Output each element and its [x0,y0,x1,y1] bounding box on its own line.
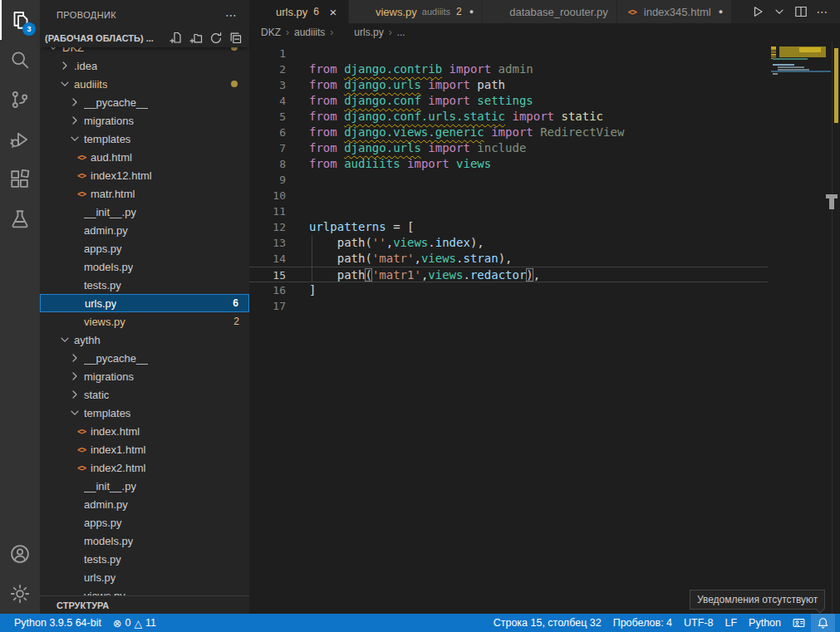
tree-item-__pycache__[interactable]: __pycache__ [40,93,249,111]
overview-ruler[interactable] [832,42,840,614]
status-language-mode[interactable]: Python [743,614,787,632]
code-line-10[interactable]: 10 [249,188,771,203]
tree-item-admin.py[interactable]: admin.py [40,221,249,239]
tree-item-migrations[interactable]: migrations [40,111,249,130]
explorer-more-icon[interactable]: ⋯ [225,8,238,22]
new-folder-icon[interactable] [189,32,203,45]
python-file-icon [68,278,81,292]
python-file-icon [68,242,81,255]
python-file-icon [68,516,81,529]
activity-testing[interactable] [0,199,40,239]
tab-database_roouter.py[interactable]: database_roouter.py [483,0,617,23]
code-line-4[interactable]: 4from django.conf import settings [249,93,771,109]
tree-item-audiiits[interactable]: audiiits [40,75,249,93]
activity-search[interactable] [0,40,40,80]
status-eol[interactable]: LF [719,614,743,632]
code-line-16[interactable]: 16] [249,282,771,298]
close-icon[interactable]: × [327,5,340,19]
code-line-7[interactable]: 7from django.urls import include [249,140,771,156]
tree-item-migrations[interactable]: migrations [40,367,249,385]
code-line-13[interactable]: 13 path('',views.index), [249,235,771,251]
activity-source-control[interactable] [0,80,40,120]
tree-item-__init__.py[interactable]: __init__.py [40,203,249,221]
new-file-icon[interactable] [169,32,183,45]
tab-description: audiiits [422,7,450,17]
code-line-17[interactable]: 17 [249,298,771,314]
status-notifications[interactable] [811,614,835,632]
tree-item-templates[interactable]: templates [40,130,249,148]
code-line-15[interactable]: 15 path('matr1',views.redactor), [249,267,768,282]
line-number: 8 [249,156,286,172]
tree-item-label: admin.py [84,224,128,237]
editor-body[interactable]: 12from django.contrib import admin3from … [249,42,840,614]
breadcrumb-item-DKZ[interactable]: DKZ [261,27,281,38]
tree-item-apps.py[interactable]: apps.py [40,513,249,532]
tree-item-urls.py[interactable]: urls.py6 [40,294,249,312]
activity-extensions[interactable] [0,159,40,199]
tree-item-DKZ[interactable]: DKZ [40,47,249,56]
split-editor-button[interactable] [792,2,810,21]
activity-accounts[interactable] [0,534,40,574]
status-problems[interactable]: ⊗0△11 [107,614,162,632]
activity-run-debug[interactable] [0,120,40,159]
code-line-2[interactable]: 2from django.contrib import admin [249,61,771,77]
tree-item-.idea[interactable]: .idea [40,56,249,75]
tree-item-apps.py[interactable]: apps.py [40,239,249,257]
tree-item-tests.py[interactable]: tests.py [40,276,249,294]
breadcrumb-item-...[interactable]: ... [397,27,405,38]
status-encoding[interactable]: UTF-8 [678,614,719,632]
dirty-dot-icon[interactable]: ● [719,7,723,16]
collapse-all-icon[interactable] [229,32,243,45]
tree-item-index.html[interactable]: <>index.html [40,422,249,440]
tab-index345.html[interactable]: <>index345.html● [617,0,732,23]
code-line-11[interactable]: 11 [249,203,771,219]
tree-item-__init__.py[interactable]: __init__.py [40,477,249,495]
dirty-dot-icon[interactable]: ● [469,7,474,16]
tree-item-aud.html[interactable]: <>aud.html [40,148,249,166]
tree-item-templates[interactable]: templates [40,404,249,422]
tree-item-matr.html[interactable]: <>matr.html [40,184,249,203]
more-actions-button[interactable]: ⋯ [813,2,832,21]
tree-item-index1.html[interactable]: <>index1.html [40,440,249,458]
status-feedback[interactable] [787,614,811,632]
tree-item-urls.py[interactable]: urls.py [40,568,249,586]
breadcrumb-item-urls.py[interactable]: urls.py [338,27,383,39]
code-line-1[interactable]: 1 [249,46,771,61]
run-button[interactable] [749,2,767,21]
tree-item-views.py[interactable]: views.py [40,586,249,595]
status-cursor-position[interactable]: Строка 15, столбец 32 [488,614,607,632]
tree-item-views.py[interactable]: views.py2 [40,312,249,331]
status-python-version[interactable]: Python 3.9.5 64-bit [8,614,107,632]
code-line-14[interactable]: 14 path('matr',views.stran), [249,251,771,267]
activity-explorer[interactable]: 3 [0,0,40,40]
run-dropdown-button[interactable] [770,2,788,21]
tab-urls.py[interactable]: urls.py6× [249,0,349,23]
code-line-3[interactable]: 3from django.urls import path [249,77,771,93]
tab-views.py[interactable]: views.pyaudiiits2● [349,0,483,23]
code-line-8[interactable]: 8from audiiits import views [249,156,771,172]
tree-item-tests.py[interactable]: tests.py [40,550,249,568]
tree-item-models.py[interactable]: models.py [40,532,249,550]
workspace-section-header[interactable]: (РАБОЧАЯ ОБЛАСТЬ) ... [40,29,249,47]
refresh-icon[interactable] [209,32,223,45]
breadcrumb-item-audiiits[interactable]: audiiits [294,27,325,38]
activity-settings[interactable] [0,574,40,614]
tree-item-__pycache__[interactable]: __pycache__ [40,349,249,367]
tree-item-aythh[interactable]: aythh [40,331,249,349]
code-line-6[interactable]: 6from django.views.generic import Redire… [249,125,771,140]
html-file-icon: <> [75,461,88,474]
tree-item-index12.html[interactable]: <>index12.html [40,166,249,184]
code-line-12[interactable]: 12urlpatterns = [ [249,219,771,235]
status-indentation[interactable]: Пробелов: 4 [607,614,678,632]
minimap[interactable] [771,42,831,614]
tree-item-admin.py[interactable]: admin.py [40,495,249,513]
line-text: ] [309,282,316,298]
chevron-right-icon [43,599,56,612]
code-line-5[interactable]: 5from django.conf.urls.static import sta… [249,109,771,125]
tree-item-models.py[interactable]: models.py [40,257,249,276]
tree-item-static[interactable]: static [40,385,249,404]
code-area[interactable]: 12from django.contrib import admin3from … [249,42,771,614]
tree-item-index2.html[interactable]: <>index2.html [40,458,249,477]
outline-section-header[interactable]: СТРУКТУРА [40,595,249,614]
code-line-9[interactable]: 9 [249,172,771,188]
